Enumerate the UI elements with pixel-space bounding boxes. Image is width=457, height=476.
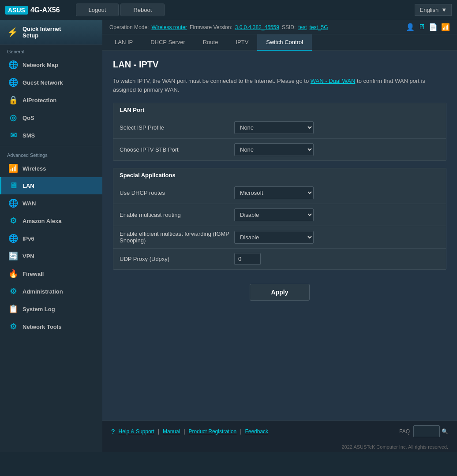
igmp-select[interactable]: Disable Enable — [234, 231, 314, 244]
wireless-icon: 📶 — [8, 164, 18, 173]
stb-port-label: Choose IPTV STB Port — [120, 146, 234, 153]
network-tools-icon: ⚙ — [8, 322, 18, 331]
sidebar-item-guest-network[interactable]: 🌐 Guest Network — [0, 74, 102, 91]
sidebar-item-qos[interactable]: ◎ QoS — [0, 109, 102, 126]
sms-icon: ✉ — [8, 130, 18, 140]
footer-separator-2: | — [184, 428, 185, 435]
administration-icon: ⚙ — [8, 286, 18, 296]
dhcp-routes-control: Disable Microsoft Other — [234, 186, 440, 199]
tab-dhcp-server[interactable]: DHCP Server — [142, 34, 194, 51]
aiprotection-icon: 🔒 — [8, 95, 18, 105]
special-apps-header: Special Applications — [113, 168, 446, 182]
sidebar-item-lan[interactable]: 🖥 LAN — [0, 177, 102, 194]
info-text: To watch IPTV, the WAN port must be conn… — [113, 77, 446, 94]
network-map-icon: 🌐 — [8, 60, 18, 70]
sidebar-item-amazon-alexa[interactable]: ⚙ Amazon Alexa — [0, 212, 102, 230]
signal-icon: 📶 — [441, 23, 450, 31]
sidebar: ⚡ Quick InternetSetup General 🌐 Network … — [0, 20, 102, 452]
footer: ? Help & Support | Manual | Product Regi… — [102, 420, 457, 442]
logout-button[interactable]: Logout — [76, 4, 119, 16]
language-selector[interactable]: English ▼ — [415, 4, 452, 16]
page-title: LAN - IPTV — [113, 60, 446, 70]
system-log-icon: 📋 — [8, 304, 18, 314]
amazon-alexa-icon: ⚙ — [8, 216, 18, 226]
lan-port-header: LAN Port — [113, 103, 446, 117]
page-content: LAN - IPTV To watch IPTV, the WAN port m… — [102, 51, 457, 420]
tab-switch-control[interactable]: Switch Control — [257, 34, 312, 51]
dhcp-routes-select[interactable]: Disable Microsoft Other — [234, 186, 314, 199]
multicast-control: Disable Enable — [234, 208, 440, 221]
sidebar-item-wan[interactable]: 🌐 WAN — [0, 194, 102, 212]
top-nav: Logout Reboot — [76, 4, 165, 16]
ipv6-icon: 🌐 — [8, 234, 18, 243]
udp-proxy-row: UDP Proxy (Udpxy) — [113, 249, 446, 269]
vpn-icon: 🔄 — [8, 251, 18, 261]
stb-port-select[interactable]: None LAN1 LAN2 LAN3 LAN4 — [234, 143, 314, 156]
igmp-row: Enable efficient multicast forwarding (I… — [113, 226, 446, 249]
general-section-label: General — [0, 45, 102, 56]
igmp-label: Enable efficient multicast forwarding (I… — [120, 231, 234, 244]
sidebar-item-vpn[interactable]: 🔄 VPN — [0, 247, 102, 265]
tab-iptv[interactable]: IPTV — [227, 34, 257, 51]
quick-internet-setup[interactable]: ⚡ Quick InternetSetup — [0, 20, 102, 45]
sidebar-item-label: QoS — [22, 115, 34, 121]
sidebar-item-label: AiProtection — [22, 97, 56, 104]
sidebar-item-label: VPN — [22, 253, 34, 260]
sidebar-item-system-log[interactable]: 📋 System Log — [0, 300, 102, 318]
lan-port-section: LAN Port Select ISP Profile None Manual … — [113, 103, 446, 161]
firmware-value[interactable]: 3.0.0.4.382_45559 — [235, 24, 279, 30]
sidebar-item-network-map[interactable]: 🌐 Network Map — [0, 56, 102, 74]
reboot-button[interactable]: Reboot — [120, 4, 165, 16]
footer-separator-1: | — [158, 428, 159, 435]
footer-right: FAQ 🔍 — [399, 425, 448, 437]
firmware-label: Firmware Version: — [190, 24, 232, 30]
udp-proxy-control — [234, 253, 440, 265]
feedback-link[interactable]: Feedback — [245, 428, 268, 435]
sidebar-item-label: IPv6 — [22, 235, 34, 242]
language-dropdown[interactable]: English ▼ — [415, 4, 452, 16]
multicast-select[interactable]: Disable Enable — [234, 208, 314, 221]
sidebar-item-label: WAN — [22, 200, 36, 207]
ssid-label: SSID: — [282, 24, 296, 30]
operation-mode-value[interactable]: Wireless router — [151, 24, 187, 30]
firewall-icon: 🔥 — [8, 269, 18, 279]
product-reg-link[interactable]: Product Registration — [189, 428, 237, 435]
sidebar-item-firewall[interactable]: 🔥 Firewall — [0, 265, 102, 283]
footer-separator-3: | — [240, 428, 241, 435]
sidebar-item-label: Administration — [22, 288, 63, 295]
faq-search: 🔍 — [413, 425, 448, 437]
tab-route[interactable]: Route — [194, 34, 227, 51]
operation-mode-label: Operation Mode: — [109, 24, 149, 30]
user-icon: 👤 — [406, 23, 415, 31]
manual-link[interactable]: Manual — [163, 428, 180, 435]
help-support-link[interactable]: Help & Support — [119, 428, 154, 435]
sidebar-item-label: Network Map — [22, 62, 58, 68]
sidebar-item-wireless[interactable]: 📶 Wireless — [0, 160, 102, 177]
ssid-2g[interactable]: test — [298, 24, 307, 30]
search-icon[interactable]: 🔍 — [442, 428, 448, 435]
logo: ASUS 4G-AX56 — [5, 6, 60, 15]
sidebar-item-label: Firewall — [22, 271, 44, 277]
status-icons: 👤 🖥 📄 📶 — [406, 23, 450, 31]
tab-lan-ip[interactable]: LAN IP — [106, 34, 142, 51]
sidebar-item-administration[interactable]: ⚙ Administration — [0, 283, 102, 300]
isp-profile-select[interactable]: None Manual Setting Russia VDSL Russia A… — [234, 121, 314, 134]
stb-port-row: Choose IPTV STB Port None LAN1 LAN2 LAN3… — [113, 139, 446, 160]
sidebar-item-sms[interactable]: ✉ SMS — [0, 126, 102, 144]
file-icon: 📄 — [429, 23, 438, 31]
sidebar-item-ipv6[interactable]: 🌐 IPv6 — [0, 230, 102, 247]
multicast-label: Enable multicast routing — [120, 212, 234, 218]
faq-search-input[interactable] — [413, 425, 440, 437]
isp-profile-label: Select ISP Profile — [120, 124, 234, 131]
special-apps-section: Special Applications Use DHCP routes Dis… — [113, 168, 446, 270]
sidebar-item-aiprotection[interactable]: 🔒 AiProtection — [0, 91, 102, 109]
apply-btn-row: Apply — [113, 277, 446, 308]
udp-proxy-input[interactable] — [234, 253, 261, 265]
sidebar-item-label: Network Tools — [22, 324, 62, 330]
sidebar-item-network-tools[interactable]: ⚙ Network Tools — [0, 318, 102, 335]
dhcp-routes-label: Use DHCP routes — [120, 190, 234, 196]
apply-button[interactable]: Apply — [250, 284, 310, 301]
ssid-5g[interactable]: test_5G — [310, 24, 328, 30]
wan-dual-wan-link[interactable]: WAN - Dual WAN — [311, 78, 356, 84]
help-icon: ? — [111, 428, 115, 435]
